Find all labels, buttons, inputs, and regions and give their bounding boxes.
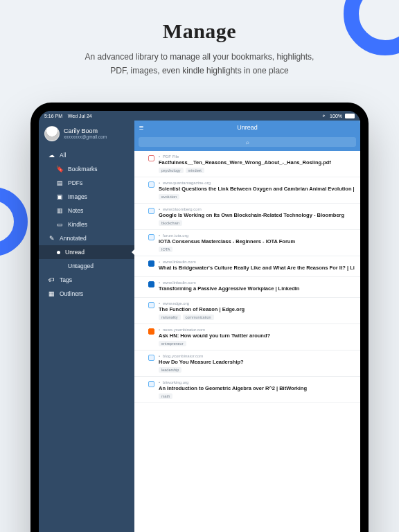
- nav-kindles[interactable]: ▭ Kindles: [39, 218, 134, 231]
- nav-untagged[interactable]: Untagged: [39, 259, 134, 273]
- source-icon: [148, 381, 154, 387]
- status-date: Wed Jul 24: [68, 114, 92, 118]
- image-icon: ▣: [57, 194, 63, 200]
- item-source: •www.edge.org: [159, 301, 355, 305]
- unread-dot: [141, 356, 144, 359]
- item-tags: rationalitycommunication: [159, 314, 355, 320]
- source-icon: [148, 260, 154, 267]
- item-source: •www.linkedin.com: [159, 281, 355, 285]
- profile[interactable]: Carily Boom xxxxxxxx@gmail.com: [39, 121, 134, 148]
- list-item[interactable]: •www.bloomberg.comGoogle Is Working on I…: [134, 204, 360, 230]
- item-tags: math: [159, 393, 355, 399]
- nav-tags[interactable]: 🏷 Tags: [39, 273, 134, 287]
- sidebar: Carily Boom xxxxxxxx@gmail.com ☁ All 🔖 B…: [39, 121, 134, 532]
- unread-dot: [141, 157, 144, 159]
- item-source: •news.ycombinator.com: [159, 328, 355, 332]
- menu-button[interactable]: ≡: [134, 121, 148, 134]
- nav-images[interactable]: ▣ Images: [39, 190, 134, 204]
- source-icon: [148, 302, 154, 308]
- source-icon: [148, 234, 154, 240]
- item-list[interactable]: •PDF FileFactfulness__Ten_Reasons_Were_W…: [134, 151, 360, 532]
- item-title: What is Bridgewater's Culture Really Lik…: [159, 265, 355, 271]
- source-icon: [148, 155, 154, 161]
- panel-title: Unread: [134, 124, 360, 131]
- unread-dot: [141, 262, 144, 265]
- dot-icon: [57, 251, 60, 254]
- item-title: Google Is Working on Its Own Blockchain-…: [159, 212, 355, 218]
- item-title: The Function of Reason | Edge.org: [159, 306, 355, 312]
- nav-annotated[interactable]: ✎ Annotated: [39, 231, 134, 245]
- list-item[interactable]: •news.ycombinator.comAsk HN: How would y…: [134, 324, 360, 351]
- tag[interactable]: math: [159, 393, 172, 399]
- unread-dot: [141, 183, 144, 186]
- tag[interactable]: entrepreneur: [159, 341, 186, 346]
- item-title: An Introduction to Geometric Algebra ove…: [159, 385, 355, 391]
- item-source: •blog.ycombinator.com: [159, 354, 355, 358]
- topbar: ≡ Unread: [134, 121, 360, 134]
- tag-icon: 🏷: [48, 277, 55, 283]
- pdf-icon: ▤: [57, 180, 63, 186]
- nav-bookmarks[interactable]: 🔖 Bookmarks: [39, 162, 134, 176]
- app-root: Carily Boom xxxxxxxx@gmail.com ☁ All 🔖 B…: [39, 121, 360, 532]
- tag[interactable]: communication: [183, 314, 214, 320]
- list-item[interactable]: •www.linkedin.comTransforming a Passive …: [134, 277, 360, 298]
- profile-email: xxxxxxxx@gmail.com: [64, 134, 107, 139]
- kindle-icon: ▭: [57, 222, 63, 228]
- item-tags: IOTA: [159, 247, 355, 252]
- nav-notes[interactable]: ▥ Notes: [39, 204, 134, 218]
- hero-subtitle-line2: PDF, images, even kindle highlights in o…: [0, 64, 399, 78]
- item-source: •PDF File: [159, 154, 355, 159]
- note-icon: ▥: [57, 208, 63, 214]
- hero-subtitle-line1: An advanced library to manage all your b…: [0, 50, 399, 64]
- list-item[interactable]: •www.linkedin.comWhat is Bridgewater's C…: [134, 256, 360, 277]
- tag[interactable]: mindset: [186, 168, 204, 173]
- source-icon: [148, 355, 154, 361]
- source-icon: [148, 208, 154, 214]
- nav-all[interactable]: ☁ All: [39, 148, 134, 162]
- item-source: •forum.iota.org: [159, 233, 355, 238]
- search-input[interactable]: ⌕: [139, 137, 356, 147]
- tag[interactable]: IOTA: [159, 247, 172, 252]
- status-bar: 5:16 PM Wed Jul 24 ᯤ 100%: [39, 111, 360, 121]
- nav-unread[interactable]: Unread: [39, 245, 134, 259]
- item-title: Transforming a Passive Aggressive Workpl…: [159, 285, 355, 292]
- source-icon: [148, 328, 154, 335]
- item-tags: evolution: [159, 194, 355, 200]
- list-item[interactable]: •www.quantamagazine.orgScientist Questio…: [134, 177, 360, 204]
- tag[interactable]: blockchain: [159, 220, 182, 226]
- item-tags: leadership: [159, 367, 355, 373]
- decor-arc-left: [0, 187, 28, 256]
- unread-dot: [141, 209, 144, 212]
- list-item[interactable]: •forum.iota.orgIOTA Consensus Masterclas…: [134, 230, 360, 256]
- item-tags: entrepreneur: [159, 341, 355, 346]
- list-item[interactable]: •blog.ycombinator.comHow Do You Measure …: [134, 351, 360, 377]
- list-item[interactable]: •PDF FileFactfulness__Ten_Reasons_Were_W…: [134, 151, 360, 177]
- tag[interactable]: psychology: [159, 168, 184, 173]
- item-title: Scientist Questions the Link Between Oxy…: [159, 186, 355, 192]
- tag[interactable]: leadership: [159, 367, 181, 373]
- unread-dot: [141, 330, 144, 332]
- item-source: •bitworking.org: [159, 380, 355, 384]
- unread-dot: [141, 382, 144, 385]
- source-icon: [148, 281, 154, 287]
- nav-outliners[interactable]: ▦ Outliners: [39, 287, 134, 301]
- list-item[interactable]: •www.edge.orgThe Function of Reason | Ed…: [134, 298, 360, 324]
- item-source: •www.bloomberg.com: [159, 207, 355, 211]
- source-icon: [148, 181, 154, 188]
- bookmark-icon: 🔖: [57, 166, 63, 172]
- profile-name: Carily Boom: [64, 128, 107, 135]
- item-source: •www.quantamagazine.org: [159, 181, 355, 185]
- tag[interactable]: rationality: [159, 314, 181, 320]
- list-item[interactable]: •bitworking.orgAn Introduction to Geomet…: [134, 377, 360, 403]
- device-frame: 5:16 PM Wed Jul 24 ᯤ 100% Carily Boom xx…: [30, 103, 369, 532]
- item-source: •www.linkedin.com: [159, 260, 355, 264]
- tag[interactable]: evolution: [159, 194, 179, 200]
- item-title: IOTA Consensus Masterclass - Beginners -…: [159, 238, 355, 245]
- status-time: 5:16 PM: [44, 114, 62, 118]
- unread-dot: [141, 283, 144, 285]
- item-title: Ask HN: How would you turn Twitter aroun…: [159, 332, 355, 339]
- nav-pdfs[interactable]: ▤ PDFs: [39, 176, 134, 190]
- hero: Manage An advanced library to manage all…: [0, 19, 399, 78]
- main-panel: ≡ Unread ⌕ •PDF FileFactfulness__Ten_Rea…: [134, 121, 360, 532]
- battery-icon: [345, 114, 355, 118]
